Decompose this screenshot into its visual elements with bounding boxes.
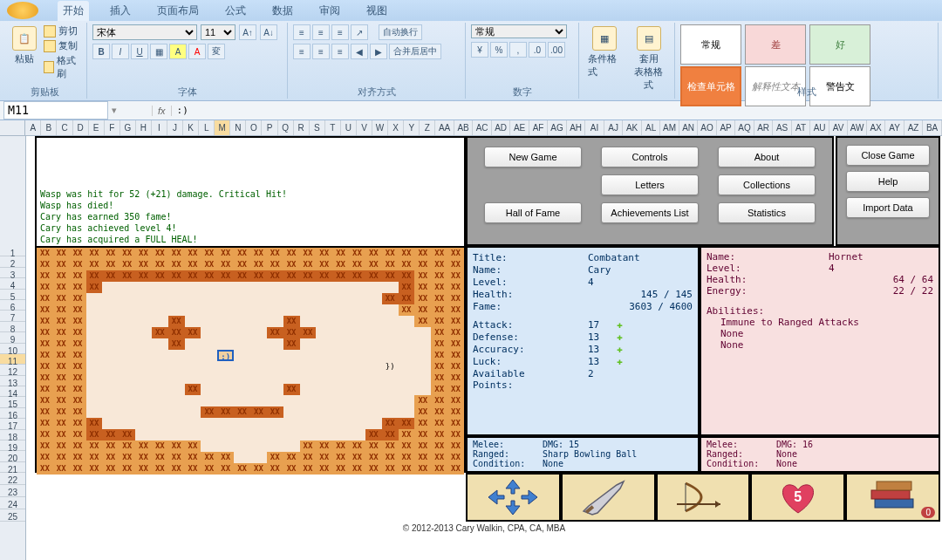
help-button[interactable]: Help [846, 171, 930, 192]
map-cell[interactable]: XX [283, 384, 300, 395]
map-cell[interactable] [382, 304, 399, 316]
map-cell[interactable] [267, 418, 283, 429]
map-cell[interactable] [217, 418, 234, 429]
map-cell[interactable]: XX [185, 440, 201, 452]
map-cell[interactable] [86, 304, 103, 316]
map-cell[interactable]: XX [447, 463, 464, 475]
format-as-table-button[interactable]: ▤套用 表格格式 [629, 24, 670, 93]
map-cell[interactable] [267, 282, 283, 293]
map-cell[interactable] [365, 304, 382, 316]
col-header[interactable]: AZ [904, 120, 924, 135]
map-cell[interactable] [365, 338, 382, 350]
health-button[interactable]: 5 [750, 473, 845, 522]
map-cell[interactable] [250, 282, 267, 293]
map-cell[interactable] [382, 350, 399, 361]
align-right-button[interactable]: ≡ [331, 44, 349, 59]
map-cell[interactable] [234, 452, 250, 463]
map-cell[interactable]: XX [447, 452, 464, 463]
map-cell[interactable] [267, 361, 283, 372]
map-cell[interactable] [135, 327, 152, 338]
map-cell[interactable]: XX [168, 259, 185, 270]
col-header[interactable]: S [310, 120, 325, 135]
map-cell[interactable] [267, 338, 283, 350]
map-cell[interactable] [349, 429, 365, 440]
map-cell[interactable]: XX [37, 293, 53, 304]
map-cell[interactable] [152, 372, 168, 384]
map-cell[interactable] [152, 350, 168, 361]
row-header[interactable]: 6 [0, 300, 25, 311]
col-header[interactable]: AN [679, 120, 699, 135]
map-cell[interactable] [86, 361, 103, 372]
map-cell[interactable]: XX [201, 270, 217, 282]
map-cell[interactable]: XX [119, 440, 135, 452]
map-cell[interactable]: XX [53, 248, 70, 259]
map-cell[interactable] [185, 304, 201, 316]
col-header[interactable]: AT [792, 120, 811, 135]
hall-of-fame-button[interactable]: Hall of Fame [484, 202, 582, 223]
import-data-button[interactable]: Import Data [846, 197, 930, 218]
map-cell[interactable]: XX [201, 406, 217, 418]
map-cell[interactable]: XX [431, 384, 447, 395]
map-cell[interactable]: XX [70, 293, 86, 304]
map-cell[interactable]: XX [431, 282, 447, 293]
map-cell[interactable]: XX [283, 463, 300, 475]
map-cell[interactable] [283, 406, 300, 418]
map-cell[interactable] [119, 418, 135, 429]
col-header[interactable]: A [25, 120, 41, 135]
map-cell[interactable] [119, 406, 135, 418]
map-cell[interactable]: XX [201, 452, 217, 463]
col-header[interactable]: E [89, 120, 105, 135]
map-cell[interactable]: XX [399, 463, 415, 475]
map-cell[interactable]: XX [53, 361, 70, 372]
map-cell[interactable]: XX [135, 270, 152, 282]
map-cell[interactable]: XX [70, 395, 86, 406]
map-cell[interactable]: XX [365, 429, 382, 440]
map-cell[interactable] [300, 429, 317, 440]
map-cell[interactable]: XX [332, 259, 349, 270]
map-cell[interactable]: XX [86, 270, 103, 282]
map-cell[interactable]: XX [217, 463, 234, 475]
map-cell[interactable] [250, 395, 267, 406]
map-cell[interactable]: XX [37, 259, 53, 270]
map-cell[interactable] [234, 361, 250, 372]
row-header[interactable]: 15 [0, 397, 25, 407]
map-cell[interactable]: XX [250, 406, 267, 418]
map-cell[interactable] [283, 350, 300, 361]
col-header[interactable]: AL [642, 120, 661, 135]
map-cell[interactable] [201, 440, 217, 452]
map-cell[interactable] [185, 361, 201, 372]
map-cell[interactable] [250, 304, 267, 316]
map-cell[interactable] [316, 418, 332, 429]
map-cell[interactable]: XX [185, 270, 201, 282]
map-cell[interactable] [250, 316, 267, 327]
map-cell[interactable] [102, 372, 119, 384]
map-cell[interactable] [399, 395, 415, 406]
map-cell[interactable] [234, 350, 250, 361]
map-cell[interactable]: XX [53, 418, 70, 429]
map-cell[interactable] [332, 372, 349, 384]
map-cell[interactable] [283, 372, 300, 384]
tab-layout[interactable]: 页面布局 [152, 1, 204, 21]
map-cell[interactable]: XX [53, 327, 70, 338]
map-cell[interactable]: XX [382, 452, 399, 463]
map-cell[interactable] [414, 384, 431, 395]
map-cell[interactable] [201, 338, 217, 350]
align-bottom-button[interactable]: ≡ [331, 24, 349, 40]
map-cell[interactable]: XX [152, 440, 168, 452]
map-cell[interactable] [135, 372, 152, 384]
map-cell[interactable] [168, 429, 185, 440]
paste-button[interactable]: 📋粘贴 [9, 24, 40, 67]
map-cell[interactable] [332, 327, 349, 338]
map-cell[interactable] [382, 406, 399, 418]
map-cell[interactable]: XX [431, 418, 447, 429]
map-cell[interactable]: XX [447, 395, 464, 406]
map-cell[interactable]: XX [152, 248, 168, 259]
map-cell[interactable] [316, 282, 332, 293]
map-cell[interactable] [135, 406, 152, 418]
map-cell[interactable] [283, 440, 300, 452]
map-cell[interactable] [399, 384, 415, 395]
map-cell[interactable]: XX [37, 270, 53, 282]
map-cell[interactable] [250, 361, 267, 372]
col-header[interactable]: Q [278, 120, 294, 135]
map-cell[interactable]: XX [332, 270, 349, 282]
